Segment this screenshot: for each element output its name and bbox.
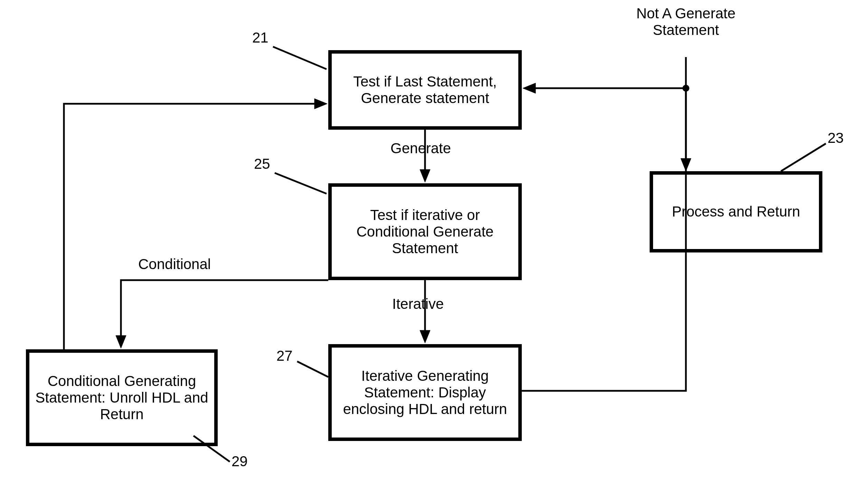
- callout-23: 23: [828, 130, 844, 146]
- arrowhead-junction-to-23: [681, 158, 691, 171]
- arrowhead-25-to-29: [116, 335, 126, 348]
- flowchart-canvas: Test if Last Statement, Generate stateme…: [0, 0, 868, 497]
- label-conditional: Conditional: [138, 256, 211, 273]
- line-29-to-21: [64, 104, 321, 349]
- lead-21: [273, 47, 327, 69]
- label-generate: Generate: [390, 140, 451, 157]
- label-not-generate: Not A Generate Statement: [612, 5, 760, 39]
- box25-text: Test if iterative or Conditional Generat…: [335, 207, 515, 257]
- box-process-return: Process and Return: [650, 171, 822, 252]
- arrowhead-21-to-25: [420, 169, 430, 182]
- arrowhead-29-to-21: [314, 99, 327, 109]
- callout-23-text: 23: [828, 130, 844, 146]
- callout-27: 27: [276, 348, 293, 364]
- label-generate-text: Generate: [390, 140, 451, 156]
- callout-25: 25: [254, 156, 270, 172]
- box27-text: Iterative Generating Statement: Display …: [335, 368, 515, 418]
- box29-text: Conditional Generating Statement: Unroll…: [33, 373, 211, 423]
- lead-25: [275, 173, 327, 194]
- callout-25-text: 25: [254, 156, 270, 172]
- callout-21: 21: [252, 29, 268, 46]
- callout-29-text: 29: [232, 453, 248, 469]
- lead-27: [297, 361, 328, 377]
- box-test-iterative-conditional: Test if iterative or Conditional Generat…: [328, 183, 522, 280]
- callout-21-text: 21: [252, 29, 268, 46]
- junction-dot: [682, 85, 689, 92]
- arrowhead-into-21-right: [523, 83, 536, 93]
- box-test-last-statement: Test if Last Statement, Generate stateme…: [328, 50, 522, 130]
- arrow-25-to-29: [121, 280, 328, 342]
- callout-29: 29: [232, 453, 248, 470]
- callout-27-text: 27: [276, 348, 293, 364]
- label-iterative-text: Iterative: [392, 296, 444, 312]
- label-iterative: Iterative: [392, 296, 444, 312]
- arrowhead-25-to-27: [420, 330, 430, 343]
- box-conditional-generating: Conditional Generating Statement: Unroll…: [26, 349, 218, 446]
- label-not-generate-text: Not A Generate Statement: [636, 5, 735, 38]
- lead-23: [781, 144, 826, 171]
- box21-text: Test if Last Statement, Generate stateme…: [335, 73, 515, 107]
- box23-text: Process and Return: [672, 203, 800, 220]
- box-iterative-generating: Iterative Generating Statement: Display …: [328, 344, 522, 441]
- label-conditional-text: Conditional: [138, 256, 211, 272]
